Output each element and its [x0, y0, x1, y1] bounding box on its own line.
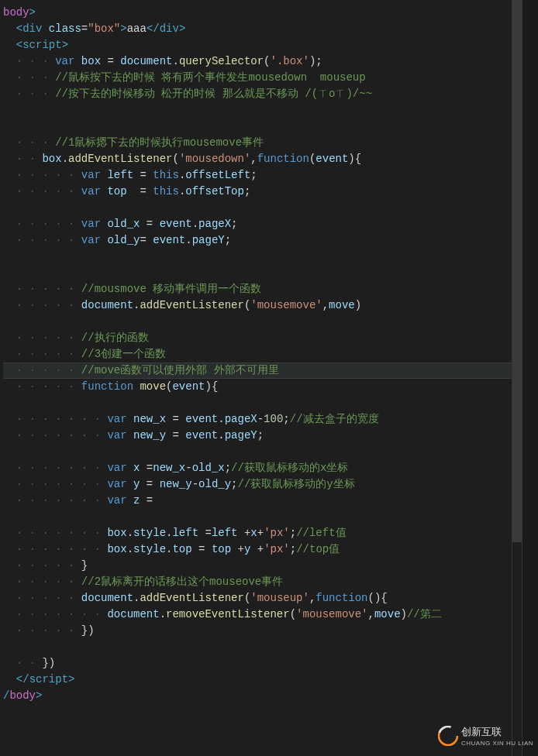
token: .	[218, 429, 224, 442]
code-line[interactable]: · · })	[3, 655, 512, 672]
token: script	[22, 39, 61, 51]
code-line[interactable]: · · · · · var old_y= event.pageY;	[3, 232, 512, 249]
code-line[interactable]: · · · · · · · box.style.top = top +y +'p…	[3, 541, 512, 558]
code-line[interactable]	[3, 265, 512, 281]
token: -	[257, 413, 264, 425]
code-line[interactable]: · · · //鼠标按下去的时候 将有两个事件发生mousedown mouse…	[3, 70, 512, 86]
token: 'mouseup'	[250, 592, 309, 604]
token: document	[120, 55, 172, 67]
code-line[interactable]	[3, 444, 512, 460]
code-line[interactable]: · · · · · · · var y = new_y-old_y;//获取鼠标…	[3, 476, 512, 493]
token: document	[81, 299, 133, 311]
code-line[interactable]	[3, 395, 512, 411]
token: =	[198, 527, 212, 539]
token: '.box'	[271, 55, 309, 67]
token: .	[192, 218, 198, 230]
scrollbar-thumb[interactable]	[512, 0, 522, 542]
token: box	[42, 153, 61, 165]
token: offsetLeft	[185, 169, 250, 181]
code-line[interactable]	[3, 639, 512, 655]
code-line[interactable]	[3, 314, 512, 330]
token: //减去盒子的宽度	[290, 413, 379, 425]
code-line[interactable]: /body>	[3, 688, 512, 704]
code-line[interactable]	[3, 509, 512, 525]
code-area[interactable]: body> <div class="box">aaa</div> <script…	[0, 0, 512, 756]
code-line[interactable]: · · · · · }	[3, 558, 512, 574]
token: .	[127, 543, 133, 555]
code-line[interactable]: · · · · · var top = this.offsetTop;	[3, 184, 512, 200]
token: var	[81, 185, 108, 198]
token: );	[309, 55, 322, 67]
code-line[interactable]: </script>	[3, 672, 512, 688]
code-line[interactable]: · · · var box = document.querySelector('…	[3, 53, 512, 70]
code-line[interactable]: · · · · · var left = this.offsetLeft;	[3, 167, 512, 184]
token: ;	[231, 218, 237, 230]
indent-guides	[3, 673, 16, 686]
indent-guides: · ·	[3, 153, 42, 165]
token: (){	[368, 592, 388, 604]
token: event	[153, 234, 185, 246]
token: var	[107, 462, 133, 474]
code-line[interactable]: · · · · · //mousmove 移动事件调用一个函数	[3, 281, 512, 297]
token: old_y	[107, 234, 140, 246]
token: var	[81, 169, 108, 181]
indent-guides: · · · · · · ·	[3, 527, 107, 539]
token: var	[81, 218, 108, 230]
code-line[interactable]: · · · · · · · box.style.left =left +x+'p…	[3, 525, 512, 541]
code-line[interactable]: · · · · · · · var new_y = event.pageY;	[3, 428, 512, 444]
code-line[interactable]: · · · · · //move函数可以使用外部 外部不可用里	[3, 363, 512, 379]
token: old_x	[192, 462, 225, 474]
code-line[interactable]: · · · · · //执行的函数	[3, 330, 512, 346]
code-line[interactable]: · · · //按下去的时候移动 松开的时候 那么就是不移动 /(ㄒoㄒ)/~~	[3, 86, 512, 102]
token: event	[316, 153, 348, 165]
code-line[interactable]: · · · · · })	[3, 623, 512, 639]
code-line[interactable]: · · · · · document.addEventListener('mou…	[3, 590, 512, 607]
code-line[interactable]: · · · · · //3创建一个函数	[3, 346, 512, 363]
code-line[interactable]: · · · · · · · var new_x = event.pageX-10…	[3, 411, 512, 428]
code-line[interactable]	[3, 119, 512, 135]
token: move	[140, 380, 166, 393]
code-line[interactable]: · · · //1鼠标摁下去的时候执行mousemove事件	[3, 135, 512, 151]
code-line[interactable]: · · · · · · · var z =	[3, 493, 512, 509]
token: +	[257, 527, 264, 539]
code-line[interactable]: body>	[3, 5, 512, 21]
token: =	[140, 234, 153, 246]
token: {	[355, 153, 361, 165]
code-line[interactable]: <div class="box">aaa</div>	[3, 21, 512, 37]
editor-viewport: body> <div class="box">aaa</div> <script…	[0, 0, 538, 756]
token: ;	[290, 543, 296, 555]
token: new_x	[153, 462, 185, 474]
token: x	[250, 527, 257, 539]
token: +	[231, 543, 244, 555]
token: >	[120, 22, 126, 35]
token: new_x	[133, 413, 166, 425]
token: .	[185, 234, 191, 246]
vertical-scrollbar[interactable]	[512, 0, 522, 756]
token: body	[9, 689, 36, 702]
token: //获取鼠标移动的y坐标	[238, 478, 355, 490]
code-line[interactable]: · · box.addEventListener('mousedown',fun…	[3, 151, 512, 167]
code-line[interactable]: · · · · · document.addEventListener('mou…	[3, 297, 512, 314]
token: div	[22, 22, 49, 35]
token: ,	[322, 299, 329, 311]
token: 100	[264, 413, 283, 425]
token: .	[218, 413, 224, 425]
indent-guides: · · · · ·	[3, 332, 81, 344]
token: //3创建一个函数	[81, 348, 166, 360]
code-line[interactable]	[3, 200, 512, 216]
code-line[interactable]: <script>	[3, 37, 512, 53]
code-line[interactable]: · · · · · //2鼠标离开的话移出这个mouseove事件	[3, 574, 512, 590]
token: <	[16, 22, 22, 35]
token: ,	[368, 608, 374, 620]
code-line[interactable]	[3, 102, 512, 119]
token: </	[147, 22, 160, 35]
token: //鼠标按下去的时候 将有两个事件发生mousedown mouseup	[55, 71, 365, 84]
indent-guides: · · · · · · ·	[3, 608, 107, 620]
code-line[interactable]: · · · · · var old_x = event.pageX;	[3, 216, 512, 232]
code-line[interactable]: · · · · · · · document.removeEventListen…	[3, 607, 512, 623]
code-line[interactable]	[3, 249, 512, 265]
code-line[interactable]: · · · · · · · var x =new_x-old_x;//获取鼠标移…	[3, 460, 512, 476]
token: addEventListener	[68, 153, 172, 165]
code-line[interactable]: · · · · · function move(event){	[3, 379, 512, 395]
token: event	[172, 380, 205, 393]
